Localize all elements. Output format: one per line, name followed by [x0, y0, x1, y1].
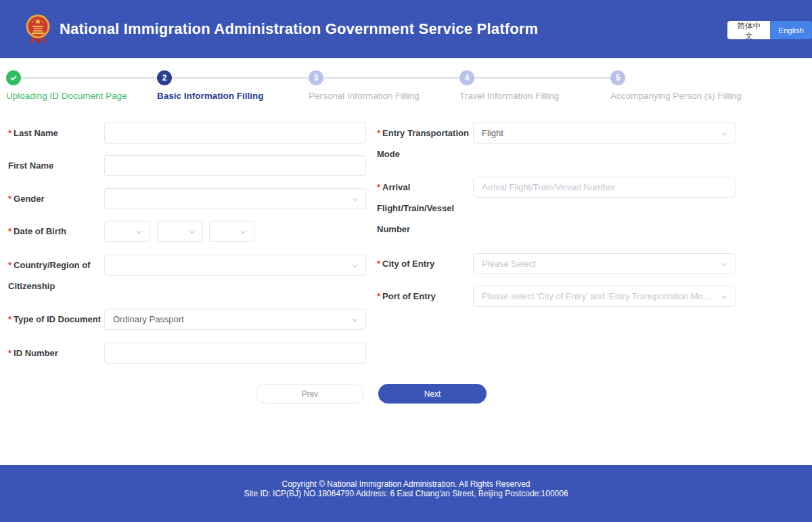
- required-mark: *: [8, 194, 12, 204]
- last-name-input[interactable]: [104, 123, 366, 144]
- chevron-down-icon: [351, 196, 359, 203]
- required-mark: *: [377, 259, 380, 269]
- arrival-number-label: *Arrival Flight/Train/Vessel Number: [377, 177, 473, 240]
- id-document-type-value: Ordinary Passport: [113, 314, 184, 324]
- required-mark: *: [8, 314, 12, 324]
- step-5-indicator: 5: [610, 70, 625, 85]
- chevron-down-icon: [188, 228, 196, 236]
- footer-copyright: Copyright © National Immigration Adminis…: [0, 480, 812, 490]
- arrival-number-input[interactable]: [473, 177, 736, 198]
- entry-transport-mode-select[interactable]: Flight: [473, 123, 736, 144]
- required-mark: *: [8, 128, 12, 138]
- step-3-indicator: 3: [309, 70, 323, 85]
- id-number-label: *ID Number: [8, 343, 104, 364]
- dob-day-select[interactable]: [209, 221, 254, 242]
- step-4-label: Travel Information Filling: [459, 91, 559, 101]
- page: National Immigration Administration Gove…: [0, 0, 812, 522]
- step-4-indicator: 4: [459, 70, 474, 85]
- first-name-label: First Name: [8, 155, 104, 176]
- chevron-down-icon: [721, 130, 728, 137]
- step-1-label: Uploading ID Document Page: [6, 91, 127, 101]
- gender-label: *Gender: [8, 188, 104, 209]
- footer-site-info: Site ID: ICP(BJ) NO.18064790 Address: 6 …: [0, 490, 812, 499]
- chevron-down-icon: [351, 316, 359, 324]
- dob-month-select[interactable]: [157, 221, 203, 242]
- city-of-entry-label: *City of Entry: [377, 253, 473, 274]
- check-icon: [9, 74, 18, 82]
- required-mark: *: [8, 226, 12, 236]
- required-mark: *: [8, 348, 12, 358]
- citizenship-label: *Country/Region of Citizenship: [8, 255, 104, 297]
- gender-select[interactable]: [104, 188, 366, 209]
- step-5-label: Accompanying Person (s) Filling: [610, 91, 742, 101]
- language-switcher: 简体中文 English: [727, 21, 812, 39]
- chevron-down-icon: [351, 262, 359, 269]
- entry-transport-mode-label: *Entry Transportation Mode: [377, 123, 473, 165]
- dob-year-select[interactable]: [104, 221, 150, 242]
- port-of-entry-placeholder: Please select 'City of Entry' and 'Entry…: [482, 291, 715, 301]
- footer: Copyright © National Immigration Adminis…: [0, 465, 812, 522]
- chevron-down-icon: [721, 293, 728, 301]
- port-of-entry-select[interactable]: Please select 'City of Entry' and 'Entry…: [473, 286, 736, 307]
- date-of-birth-label: *Date of Birth: [8, 221, 104, 242]
- required-mark: *: [377, 128, 380, 138]
- lang-button-chinese[interactable]: 简体中文: [727, 21, 770, 39]
- id-document-type-select[interactable]: Ordinary Passport: [104, 309, 366, 330]
- lang-button-english[interactable]: English: [770, 21, 812, 39]
- next-button[interactable]: Next: [378, 384, 487, 404]
- chevron-down-icon: [135, 228, 143, 236]
- required-mark: *: [377, 182, 380, 192]
- citizenship-select[interactable]: [104, 255, 366, 276]
- required-mark: *: [377, 291, 380, 301]
- step-2-label: Basic Information Filling: [157, 91, 264, 101]
- step-1-indicator: [6, 70, 21, 85]
- step-3-label: Personal Information Filling: [309, 91, 420, 101]
- header: National Immigration Administration Gove…: [0, 0, 812, 58]
- last-name-label: *Last Name: [8, 123, 104, 144]
- chevron-down-icon: [240, 228, 247, 236]
- port-of-entry-label: *Port of Entry: [377, 286, 473, 307]
- first-name-input[interactable]: [104, 155, 366, 176]
- step-2-indicator: 2: [157, 70, 172, 85]
- chevron-down-icon: [721, 261, 728, 268]
- national-emblem-icon: [24, 13, 51, 45]
- required-mark: *: [8, 260, 12, 270]
- city-of-entry-select[interactable]: Please Select: [473, 253, 736, 274]
- id-number-input[interactable]: [104, 343, 366, 364]
- prev-button[interactable]: Prev: [256, 384, 364, 404]
- entry-transport-mode-value: Flight: [482, 128, 503, 138]
- city-of-entry-placeholder: Please Select: [482, 259, 536, 269]
- page-title: National Immigration Administration Gove…: [60, 0, 538, 58]
- id-document-type-label: *Type of ID Document: [8, 309, 104, 330]
